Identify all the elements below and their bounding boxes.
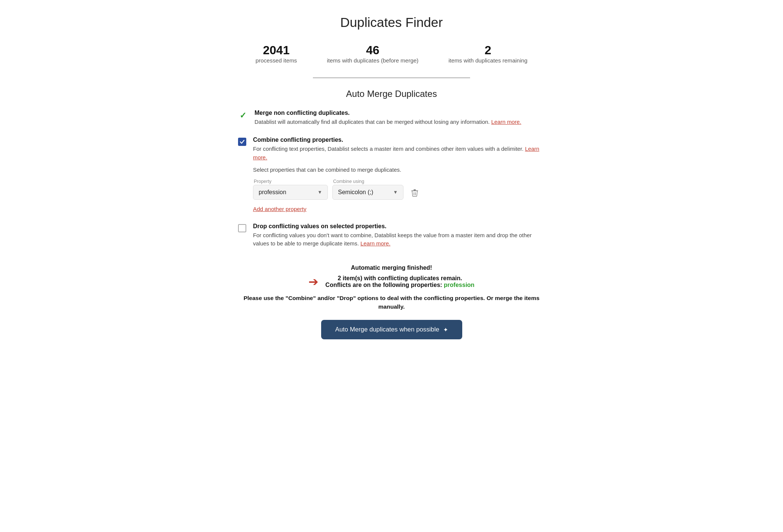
page-title: Duplicates Finder [238,15,545,30]
add-property-link[interactable]: Add another property [253,206,307,212]
result-conflict-line1: 2 item(s) with conflicting duplicates re… [325,275,474,282]
combine-select[interactable]: Semicolon (;) ▼ [332,185,403,200]
svg-rect-1 [414,189,416,190]
merge-button-wrapper: Auto Merge duplicates when possible ✦ [238,320,545,339]
combine-select-label: Combine using [332,179,403,184]
stat-before-merge-label: items with duplicates (before merge) [327,57,418,64]
option-drop-conflicting: Drop conflicting values on selected prop… [238,223,545,248]
option-combine-conflicting: Combine conflicting properties. For conf… [238,137,545,213]
property-select-label: Property [253,179,328,184]
property-select[interactable]: profession ▼ [253,185,328,200]
properties-sub-label: Select properties that can be combined t… [253,167,545,173]
auto-merge-title: Auto Merge Duplicates [238,89,545,99]
delete-property-button[interactable] [408,186,421,200]
combine-select-value: Semicolon (;) [338,189,373,196]
option-merge-non-conflicting: ✓ Merge non conflicting duplicates. Data… [238,110,545,126]
result-finished-text: Automatic merging finished! [238,265,545,271]
auto-merge-button[interactable]: Auto Merge duplicates when possible ✦ [321,320,462,339]
option-combine-content: Combine conflicting properties. For conf… [253,137,545,213]
option-drop-content: Drop conflicting values on selected prop… [253,223,545,248]
option-merge-desc: Datablist will automatically find all du… [255,118,545,126]
option-merge-title: Merge non conflicting duplicates. [255,110,545,116]
stat-before-merge: 46 items with duplicates (before merge) [327,43,418,64]
checkmark-icon: ✓ [238,110,248,120]
stat-before-merge-number: 46 [327,43,418,57]
chevron-down-icon-2: ▼ [393,189,398,195]
stat-processed-number: 2041 [256,43,297,57]
stats-row: 2041 processed items 46 items with dupli… [238,43,545,64]
property-select-value: profession [259,189,286,196]
option-merge-content: Merge non conflicting duplicates. Databl… [255,110,545,126]
stat-remaining-number: 2 [448,43,527,57]
arrow-right-icon: ➔ [308,276,319,288]
result-profession-value: profession [444,282,475,288]
stat-remaining-label: items with duplicates remaining [448,57,527,64]
merge-button-label: Auto Merge duplicates when possible [335,326,439,333]
property-selector-row: Property profession ▼ Combine using Semi… [253,179,545,200]
stat-processed: 2041 processed items [256,43,297,64]
stat-remaining: 2 items with duplicates remaining [448,43,527,64]
result-conflict-line2: Conflicts are on the following propertie… [325,282,474,288]
chevron-down-icon: ▼ [317,189,322,195]
option-drop-title: Drop conflicting values on selected prop… [253,223,545,230]
learn-more-link-3[interactable]: Learn more. [360,241,390,247]
result-conflict-block: 2 item(s) with conflicting duplicates re… [325,275,474,288]
checkbox-combine[interactable] [238,138,246,146]
checkbox-drop[interactable] [238,224,246,232]
section-divider [313,77,470,78]
result-arrow-row: ➔ 2 item(s) with conflicting duplicates … [238,275,545,288]
option-combine-title: Combine conflicting properties. [253,137,545,143]
result-please-text: Please use the "Combine" and/or "Drop" o… [238,294,545,311]
svg-rect-0 [411,190,418,191]
combine-select-wrapper: Combine using Semicolon (;) ▼ [332,179,403,200]
page-container: Duplicates Finder 2041 processed items 4… [223,0,560,362]
option-combine-desc: For conflicting text properties, Databli… [253,145,545,162]
result-box: Automatic merging finished! ➔ 2 item(s) … [238,259,545,311]
property-select-wrapper: Property profession ▼ [253,179,328,200]
stat-processed-label: processed items [256,57,297,64]
learn-more-link-1[interactable]: Learn more. [491,119,521,125]
option-drop-desc: For conflicting values you don't want to… [253,231,545,248]
sparkle-icon: ✦ [443,326,448,333]
